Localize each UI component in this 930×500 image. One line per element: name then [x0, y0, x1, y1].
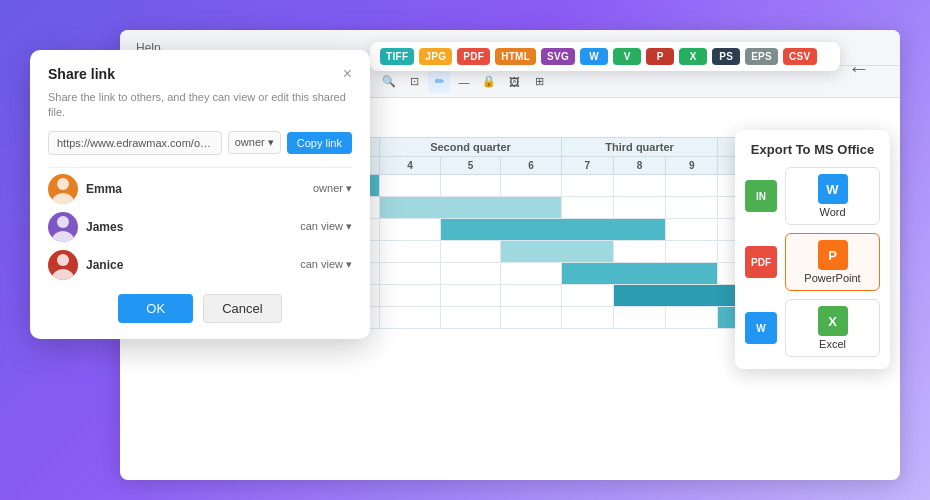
svg-point-4 [57, 254, 69, 266]
format-btn-tiff[interactable]: TIFF [380, 48, 414, 65]
format-btn-pdf[interactable]: PDF [457, 48, 490, 65]
format-btn-excel[interactable]: X [679, 48, 707, 65]
user-name-emma: Emma [86, 182, 305, 196]
svg-point-5 [52, 269, 74, 280]
export-word-btn[interactable]: W Word [785, 167, 880, 225]
grid-tool[interactable]: ⊞ [528, 71, 550, 93]
user-row-janice: Janice can view ▾ [48, 250, 352, 280]
dialog-header: Share link × [48, 66, 352, 82]
q2-header: Second quarter [380, 138, 561, 157]
lock-icon[interactable]: 🔒 [478, 71, 500, 93]
user-role-james[interactable]: can view ▾ [300, 220, 352, 233]
ppt-label: PowerPoint [804, 272, 860, 284]
minus-tool[interactable]: — [453, 71, 475, 93]
zoom-in-icon[interactable]: 🔍 [378, 71, 400, 93]
link-row: https://www.edrawmax.com/online/fil owne… [48, 131, 352, 155]
image-tool[interactable]: 🖼 [503, 71, 525, 93]
bar-cell [440, 219, 665, 241]
user-name-james: James [86, 220, 292, 234]
svg-point-3 [52, 231, 74, 242]
export-small-in[interactable]: IN [745, 180, 777, 212]
copy-link-button[interactable]: Copy link [287, 132, 352, 154]
arrow-icon: ← [848, 56, 870, 82]
ppt-icon: P [818, 240, 848, 270]
word-label: Word [819, 206, 845, 218]
export-panel: Export To MS Office IN W Word PDF P Powe… [735, 130, 890, 369]
cancel-button[interactable]: Cancel [203, 294, 281, 323]
format-btn-jpg[interactable]: JPG [419, 48, 452, 65]
bar-cell [561, 263, 718, 285]
bar-cell [380, 197, 561, 219]
excel-label: Excel [819, 338, 846, 350]
bar-cell [501, 241, 614, 263]
user-role-emma[interactable]: owner ▾ [313, 182, 352, 195]
avatar-james [48, 212, 78, 242]
format-btn-word[interactable]: W [580, 48, 608, 65]
word-icon: W [818, 174, 848, 204]
q3-header: Third quarter [561, 138, 718, 157]
format-btn-visio[interactable]: V [613, 48, 641, 65]
format-btn-eps[interactable]: EPS [745, 48, 778, 65]
ok-button[interactable]: OK [118, 294, 193, 323]
share-dialog: Share link × Share the link to others, a… [30, 50, 370, 339]
export-ppt-btn[interactable]: P PowerPoint [785, 233, 880, 291]
svg-point-2 [57, 216, 69, 228]
dialog-description: Share the link to others, and they can v… [48, 90, 352, 121]
export-excel-btn[interactable]: X Excel [785, 299, 880, 357]
export-panel-title: Export To MS Office [745, 142, 880, 157]
avatar-janice [48, 250, 78, 280]
user-name-janice: Janice [86, 258, 292, 272]
format-toolbar: TIFF JPG PDF HTML SVG W V P X PS EPS CSV [370, 42, 840, 71]
format-btn-ps[interactable]: PS [712, 48, 740, 65]
user-role-janice[interactable]: can view ▾ [300, 258, 352, 271]
excel-icon: X [818, 306, 848, 336]
role-select[interactable]: owner ▾ [228, 131, 281, 154]
export-small-w[interactable]: W [745, 312, 777, 344]
close-icon[interactable]: × [343, 66, 352, 82]
svg-point-0 [57, 178, 69, 190]
svg-point-1 [52, 193, 74, 204]
format-btn-html[interactable]: HTML [495, 48, 536, 65]
user-row-james: James can view ▾ [48, 212, 352, 242]
dialog-actions: OK Cancel [48, 294, 352, 323]
user-row-emma: Emma owner ▾ [48, 174, 352, 204]
pen-tool[interactable]: ✏ [428, 71, 450, 93]
format-btn-csv[interactable]: CSV [783, 48, 816, 65]
link-input[interactable]: https://www.edrawmax.com/online/fil [48, 131, 222, 155]
export-small-pdf[interactable]: PDF [745, 246, 777, 278]
crop-icon[interactable]: ⊡ [403, 71, 425, 93]
format-btn-svg[interactable]: SVG [541, 48, 575, 65]
format-btn-ppt[interactable]: P [646, 48, 674, 65]
avatar-emma [48, 174, 78, 204]
dialog-title: Share link [48, 66, 115, 82]
